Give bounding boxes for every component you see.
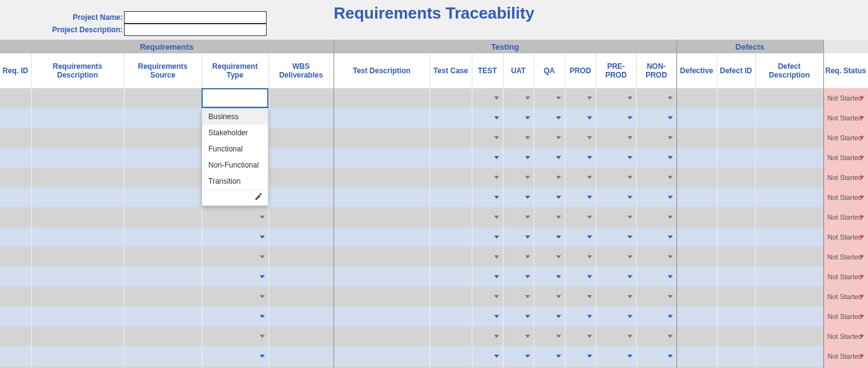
chevron-down-icon[interactable] xyxy=(668,335,673,338)
chevron-down-icon[interactable] xyxy=(494,276,499,279)
cell[interactable] xyxy=(268,287,334,307)
chevron-down-icon[interactable] xyxy=(525,176,530,179)
dropdown-edit-row[interactable] xyxy=(202,189,268,205)
chevron-down-icon[interactable] xyxy=(859,117,864,120)
chevron-down-icon[interactable] xyxy=(494,176,499,179)
cell[interactable] xyxy=(534,247,565,267)
cell[interactable] xyxy=(334,247,430,267)
chevron-down-icon[interactable] xyxy=(494,156,499,159)
chevron-down-icon[interactable] xyxy=(859,196,864,199)
cell[interactable] xyxy=(0,168,31,187)
cell[interactable] xyxy=(676,267,717,287)
cell[interactable] xyxy=(503,148,534,168)
chevron-down-icon[interactable] xyxy=(525,315,530,318)
chevron-down-icon[interactable] xyxy=(260,256,265,259)
cell[interactable] xyxy=(202,326,268,346)
chevron-down-icon[interactable] xyxy=(627,156,632,159)
chevron-down-icon[interactable] xyxy=(260,216,265,219)
chevron-down-icon[interactable] xyxy=(668,295,673,298)
cell[interactable] xyxy=(334,128,430,148)
chevron-down-icon[interactable] xyxy=(525,236,530,239)
cell[interactable] xyxy=(596,307,636,326)
cell[interactable] xyxy=(565,128,596,148)
status-cell[interactable]: Not Started xyxy=(823,128,868,148)
cell[interactable] xyxy=(472,287,503,307)
cell[interactable] xyxy=(472,247,503,267)
cell[interactable] xyxy=(472,148,503,168)
chevron-down-icon[interactable] xyxy=(494,196,499,199)
cell[interactable] xyxy=(503,326,534,346)
cell[interactable] xyxy=(717,346,755,366)
cell[interactable] xyxy=(565,287,596,307)
cell[interactable] xyxy=(472,128,503,148)
cell[interactable] xyxy=(124,307,202,326)
cell[interactable] xyxy=(534,287,565,307)
cell[interactable] xyxy=(124,207,202,227)
status-cell[interactable]: Not Started xyxy=(823,187,868,207)
cell[interactable] xyxy=(472,227,503,247)
cell[interactable] xyxy=(0,108,31,128)
cell[interactable] xyxy=(430,187,472,207)
cell[interactable] xyxy=(124,108,202,128)
cell[interactable] xyxy=(430,227,472,247)
chevron-down-icon[interactable] xyxy=(859,97,864,100)
cell[interactable] xyxy=(430,287,472,307)
cell[interactable] xyxy=(268,247,334,267)
chevron-down-icon[interactable] xyxy=(556,117,561,120)
cell[interactable] xyxy=(596,128,636,148)
cell[interactable] xyxy=(755,207,823,227)
chevron-down-icon[interactable] xyxy=(587,97,592,100)
cell[interactable] xyxy=(755,148,823,168)
cell[interactable] xyxy=(596,346,636,366)
status-cell[interactable]: Not Started xyxy=(823,287,868,307)
dropdown-option[interactable]: Transition xyxy=(202,173,268,189)
cell[interactable] xyxy=(676,88,717,108)
cell[interactable] xyxy=(534,148,565,168)
cell[interactable] xyxy=(717,187,755,207)
chevron-down-icon[interactable] xyxy=(556,256,561,259)
cell[interactable] xyxy=(565,207,596,227)
col-prod[interactable]: PROD xyxy=(565,53,596,88)
chevron-down-icon[interactable] xyxy=(260,315,265,318)
cell[interactable] xyxy=(334,326,430,346)
chevron-down-icon[interactable] xyxy=(494,315,499,318)
cell[interactable] xyxy=(31,187,124,207)
cell[interactable] xyxy=(717,108,755,128)
cell[interactable] xyxy=(472,207,503,227)
chevron-down-icon[interactable] xyxy=(494,216,499,219)
chevron-down-icon[interactable] xyxy=(668,156,673,159)
cell[interactable] xyxy=(202,307,268,326)
col-wbs[interactable]: WBS Deliverables xyxy=(268,53,334,88)
cell[interactable] xyxy=(503,168,534,187)
cell[interactable] xyxy=(676,168,717,187)
chevron-down-icon[interactable] xyxy=(668,137,673,140)
cell[interactable] xyxy=(268,267,334,287)
cell[interactable] xyxy=(268,187,334,207)
cell[interactable] xyxy=(596,108,636,128)
chevron-down-icon[interactable] xyxy=(494,137,499,140)
cell[interactable] xyxy=(472,307,503,326)
col-req-source[interactable]: Requirements Source xyxy=(124,53,202,88)
status-cell[interactable]: Not Started xyxy=(823,307,868,326)
cell[interactable] xyxy=(755,88,823,108)
project-name-input[interactable] xyxy=(124,11,267,24)
cell[interactable] xyxy=(676,326,717,346)
dropdown-option[interactable]: Business xyxy=(202,109,268,125)
cell[interactable] xyxy=(202,267,268,287)
cell[interactable] xyxy=(717,88,755,108)
cell[interactable] xyxy=(31,108,124,128)
cell[interactable] xyxy=(565,227,596,247)
chevron-down-icon[interactable] xyxy=(627,315,632,318)
cell[interactable] xyxy=(124,267,202,287)
cell[interactable] xyxy=(676,148,717,168)
cell[interactable] xyxy=(472,108,503,128)
chevron-down-icon[interactable] xyxy=(668,315,673,318)
cell[interactable] xyxy=(31,207,124,227)
cell[interactable] xyxy=(0,227,31,247)
chevron-down-icon[interactable] xyxy=(556,216,561,219)
cell[interactable] xyxy=(268,88,334,108)
cell[interactable] xyxy=(755,267,823,287)
cell[interactable] xyxy=(755,287,823,307)
col-defective[interactable]: Defective xyxy=(676,53,717,88)
col-test-case[interactable]: Test Case xyxy=(430,53,472,88)
